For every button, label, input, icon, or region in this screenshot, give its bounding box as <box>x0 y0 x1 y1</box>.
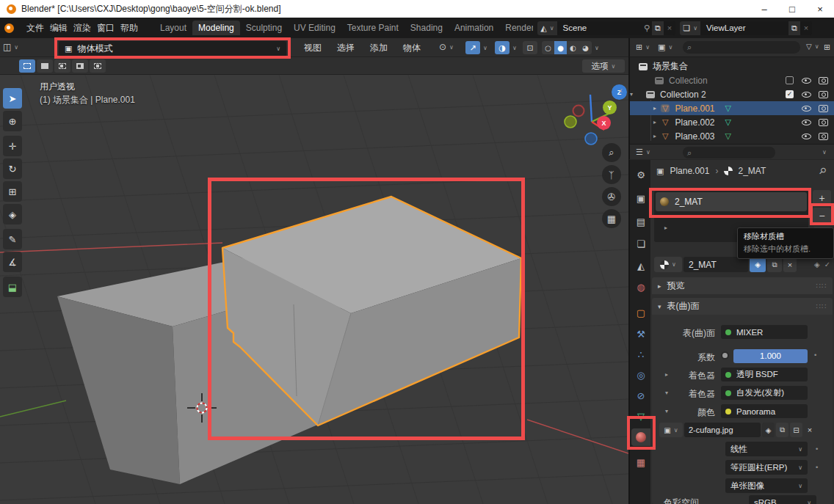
select-mode-subtract-button[interactable] <box>54 59 70 73</box>
outliner-search-input[interactable]: ⌕ <box>683 41 800 54</box>
menu-render[interactable]: 渲染 <box>70 22 94 34</box>
tab-tool[interactable]: ⚙ <box>631 166 650 183</box>
shading-solid-button[interactable]: ● <box>554 41 567 54</box>
breadcrumb-material[interactable]: 2_MAT <box>738 166 766 176</box>
tab-material[interactable] <box>631 428 650 446</box>
tab-world[interactable]: ◍ <box>631 278 650 296</box>
exclude-checkbox[interactable] <box>786 76 794 84</box>
expand-arrow-icon[interactable]: ▸ <box>630 105 656 112</box>
tool-add-cube[interactable]: ⬓ <box>3 277 22 297</box>
properties-search-input[interactable]: ⌕ <box>683 147 775 158</box>
overlays-toggle[interactable]: ◑ ∨ <box>495 41 517 54</box>
outliner-row-collection[interactable]: Collection <box>630 73 834 87</box>
minimize-button[interactable]: – <box>750 4 778 15</box>
eye-icon[interactable] <box>802 78 811 84</box>
outliner-row-plane002[interactable]: ▸ ▽ Plane.002 ▽ <box>630 115 834 129</box>
scene-unlink-button[interactable]: × <box>664 23 675 32</box>
camera-visibility-icon[interactable] <box>819 105 828 112</box>
select-mode-new-button[interactable] <box>19 59 35 73</box>
tab-object-data[interactable]: ▽ <box>631 407 650 425</box>
eye-icon[interactable] <box>802 120 811 125</box>
options-dropdown[interactable]: 选项 ∨ <box>582 59 625 73</box>
camera-visibility-icon[interactable] <box>819 77 828 84</box>
eye-icon[interactable] <box>802 106 811 112</box>
new-material-button[interactable]: ⧉ <box>767 257 782 272</box>
surface-shader-button[interactable]: MIXER <box>721 325 808 339</box>
tool-transform[interactable]: ◈ <box>3 204 22 224</box>
eye-icon[interactable] <box>802 92 811 98</box>
gizmo-toggle[interactable]: ↗ ∨ <box>465 41 487 54</box>
workspace-tab-animation[interactable]: Animation <box>449 21 499 35</box>
viewlayer-remove-button[interactable]: × <box>800 23 812 32</box>
factor-slider[interactable]: 1.000 <box>733 349 808 363</box>
viewport-3d[interactable]: 用户透视 (1) 场景集合 | Plane.001 ➤ ⊕ ✛ ↻ ⊞ ◈ ✎ … <box>0 75 628 504</box>
tab-view-layer[interactable]: ❏ <box>631 235 650 252</box>
shading-rendered-button[interactable]: ◕ <box>579 41 592 54</box>
animate-dot-icon[interactable]: • <box>813 351 817 359</box>
projection-dropdown[interactable]: 等距圆柱(ERP) ∨ <box>725 460 808 475</box>
select-mode-extend-button[interactable] <box>37 59 53 73</box>
eye-icon[interactable] <box>802 134 811 139</box>
tab-texture[interactable]: ▦ <box>631 453 650 471</box>
browse-material-button[interactable]: ∨ <box>654 257 682 272</box>
tab-particles[interactable]: ∴ <box>631 346 650 363</box>
pan-control[interactable]: ᛉ <box>602 165 621 184</box>
viewlayer-copy-button[interactable]: ⧉ <box>788 21 800 35</box>
zoom-control[interactable]: ⌕ <box>602 143 621 162</box>
tab-modifiers[interactable]: ⚒ <box>631 325 650 343</box>
axis-y-ball[interactable]: Y <box>603 101 617 114</box>
tool-measure[interactable]: ∡ <box>3 252 22 272</box>
camera-visibility-icon[interactable] <box>819 119 828 126</box>
pin-icon[interactable]: ⚲ <box>642 23 652 33</box>
remove-slot-button[interactable]: − <box>813 208 831 224</box>
tool-move[interactable]: ✛ <box>3 136 22 156</box>
outliner-filter-toggle[interactable]: ▣ ∨ <box>658 43 672 52</box>
blender-menu-icon[interactable] <box>4 23 14 33</box>
outliner-filter-dropdown[interactable]: ▽ ∨ <box>806 43 819 51</box>
animate-dot-icon[interactable]: • <box>815 464 819 471</box>
tab-object[interactable]: ▢ <box>631 304 650 321</box>
workspace-tab-layout[interactable]: Layout <box>154 21 192 35</box>
workspace-tab-shading[interactable]: Shading <box>405 21 449 35</box>
tab-constraints[interactable]: ⊘ <box>631 387 650 404</box>
panel-surface[interactable]: ▾ 表(曲)面 ∷∷ <box>652 298 833 315</box>
tab-physics[interactable]: ◎ <box>631 366 650 384</box>
scene-name[interactable]: Scene <box>557 23 642 32</box>
menu-edit[interactable]: 编辑 <box>47 22 70 34</box>
shader1-button[interactable]: 透明 BSDF <box>721 368 808 381</box>
workspace-tab-sculpting[interactable]: Sculpting <box>240 21 288 35</box>
colorspace-dropdown[interactable]: sRGB ∨ <box>749 495 816 504</box>
close-button[interactable]: × <box>806 4 834 15</box>
outliner-row-plane001[interactable]: ▸ ▽ Plane.001 ▽ <box>630 101 834 115</box>
browse-image-button[interactable]: ▣ ∨ <box>659 423 683 437</box>
scene-copy-button[interactable]: ⧉ <box>652 21 664 35</box>
pin-icon[interactable]: ⚲ <box>816 165 828 177</box>
tab-scene[interactable]: ◭ <box>631 257 650 274</box>
menu-window[interactable]: 窗口 <box>94 22 117 34</box>
camera-visibility-icon[interactable] <box>819 133 828 140</box>
properties-editor-type[interactable]: ☰ ∨ <box>636 147 650 157</box>
camera-visibility-icon[interactable] <box>819 91 828 98</box>
scene-browse-button[interactable]: ◭ ∨ <box>537 21 556 35</box>
slot-expand-icon[interactable]: ▸ <box>664 224 667 231</box>
shading-wireframe-button[interactable]: ○ <box>542 41 554 54</box>
material-name-field[interactable]: 2_MAT <box>683 257 748 272</box>
collapse-sidebar-icon[interactable]: ‹ <box>620 85 623 95</box>
add-slot-button[interactable]: + <box>813 190 831 206</box>
source-dropdown[interactable]: 单张图像 ∨ <box>725 478 808 493</box>
menu-view[interactable]: 视图 <box>301 42 324 54</box>
viewlayer-browse-button[interactable]: ❏ ∨ <box>680 21 700 35</box>
workspace-tab-texturepaint[interactable]: Texture Paint <box>341 21 405 35</box>
tool-select-box[interactable]: ➤ <box>3 88 22 109</box>
workspace-tab-uvediting[interactable]: UV Editing <box>288 21 341 35</box>
maximize-button[interactable]: □ <box>778 4 806 15</box>
open-image-button[interactable]: ⊟ <box>790 423 802 437</box>
tool-annotate[interactable]: ✎ <box>3 229 22 249</box>
menu-select[interactable]: 选择 <box>334 42 358 54</box>
axis-x-ball[interactable]: X <box>597 116 611 130</box>
menu-object[interactable]: 物体 <box>400 42 424 54</box>
unlink-image-button[interactable]: × <box>804 423 816 437</box>
animate-dot-icon[interactable]: • <box>815 445 819 453</box>
ortho-toggle-control[interactable]: ▦ <box>602 209 621 228</box>
shading-material-button[interactable]: ◐ <box>567 41 579 54</box>
